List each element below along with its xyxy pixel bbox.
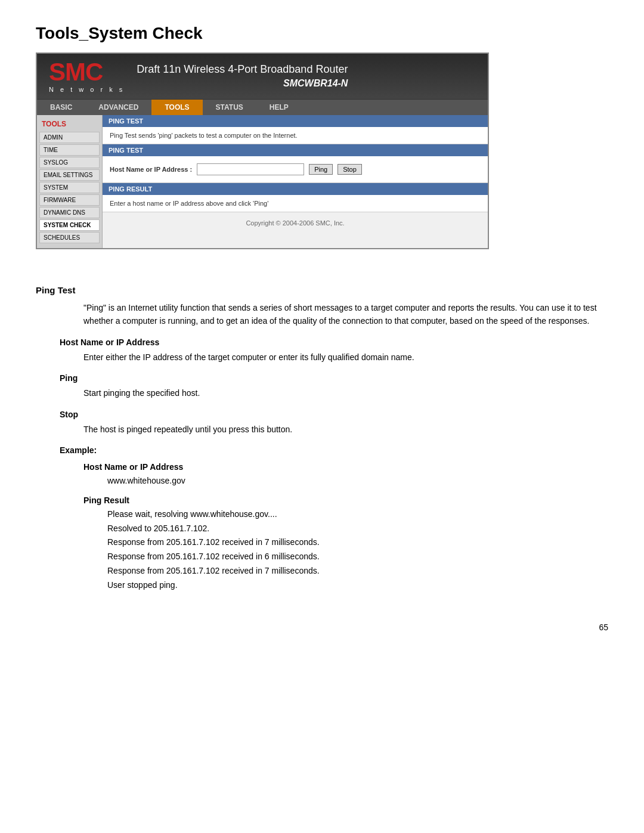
result-line: Response from 205.161.7.102 received in … [107,535,608,550]
copyright: Copyright © 2004-2006 SMC, Inc. [103,212,488,234]
sidebar: TOOLS ADMIN TIME SYSLOG EMAIL SETTINGS S… [37,115,103,248]
sidebar-item-schedules[interactable]: SCHEDULES [39,232,100,243]
sidebar-item-firmware[interactable]: FIRMWARE [39,194,100,206]
router-ui-screenshot: SMC N e t w o r k s Draft 11n Wireless 4… [36,52,489,249]
result-line: Resolved to 205.161.7.102. [107,522,608,536]
nav-help[interactable]: HELP [256,100,302,115]
ping-test-header-1: PING TEST [103,115,488,127]
host-form-row: Host Name or IP Address : Ping Stop [110,161,481,178]
ping-test-header-2: PING TEST [103,144,488,156]
sidebar-item-system[interactable]: SYSTEM [39,182,100,193]
help-stop-desc: The host is pinged repeatedly until you … [83,423,608,436]
result-line: User stopped ping. [107,578,608,593]
ping-result-body: Enter a host name or IP address above an… [103,195,488,212]
example-result-lines: Please wait, resolving www.whitehouse.go… [107,507,608,593]
nav-bar: BASIC ADVANCED TOOLS STATUS HELP [37,99,488,115]
router-header: SMC N e t w o r k s Draft 11n Wireless 4… [37,54,488,99]
page-title: Tools_System Check [36,24,608,43]
host-input[interactable] [197,163,304,175]
main-panel: PING TEST Ping Test sends 'ping' packets… [103,115,488,248]
nav-basic[interactable]: BASIC [37,100,85,115]
ping-test-desc: Ping Test sends 'ping' packets to test a… [103,127,488,144]
help-host-desc: Enter either the IP address of the targe… [83,351,608,364]
help-ping-test-title: Ping Test [36,285,608,295]
router-title-area: Draft 11n Wireless 4-Port Broadband Rout… [137,62,348,91]
host-label: Host Name or IP Address : [110,166,192,173]
smc-logo: SMC N e t w o r k s [49,60,125,93]
sidebar-item-syslog[interactable]: SYSLOG [39,157,100,168]
content-area: TOOLS ADMIN TIME SYSLOG EMAIL SETTINGS S… [37,115,488,248]
ping-result-text: Enter a host name or IP address above an… [110,200,481,207]
help-host-section: Host Name or IP Address [60,337,608,347]
router-model: SMCWBR14-N [137,77,348,90]
ping-button[interactable]: Ping [309,164,333,175]
nav-status[interactable]: STATUS [203,100,256,115]
help-ping-section: Ping [60,373,608,383]
sidebar-item-time[interactable]: TIME [39,144,100,156]
help-ping-desc2: Start pinging the specified host. [83,386,608,400]
result-line: Please wait, resolving www.whitehouse.go… [107,507,608,522]
router-main-title: Draft 11n Wireless 4-Port Broadband Rout… [137,62,348,77]
help-stop-section: Stop [60,410,608,419]
sidebar-item-email-settings[interactable]: EMAIL SETTINGS [39,169,100,181]
ping-test-form: Host Name or IP Address : Ping Stop [103,156,488,183]
help-content: Ping Test "Ping" is an Internet utility … [36,267,608,599]
example-result-label: Ping Result [83,496,608,505]
example-host-value: www.whitehouse.gov [107,474,608,488]
nav-advanced[interactable]: ADVANCED [85,100,151,115]
sidebar-item-admin[interactable]: ADMIN [39,132,100,143]
result-line: Response from 205.161.7.102 received in … [107,550,608,564]
help-ping-desc: "Ping" is an Internet utility function t… [83,301,608,328]
stop-button[interactable]: Stop [338,164,362,175]
result-line: Response from 205.161.7.102 received in … [107,564,608,578]
ping-result-header: PING RESULT [103,183,488,195]
page-number: 65 [36,623,608,632]
smc-logo-underline: N e t w o r k s [49,86,125,93]
sidebar-title: TOOLS [39,119,100,129]
smc-logo-text: SMC [49,60,125,85]
example-label: Example: [60,445,608,455]
example-host-label: Host Name or IP Address [83,462,608,472]
nav-tools[interactable]: TOOLS [151,100,202,115]
sidebar-item-system-check[interactable]: SYSTEM CHECK [39,219,100,231]
sidebar-item-dynamic-dns[interactable]: DYNAMIC DNS [39,207,100,218]
